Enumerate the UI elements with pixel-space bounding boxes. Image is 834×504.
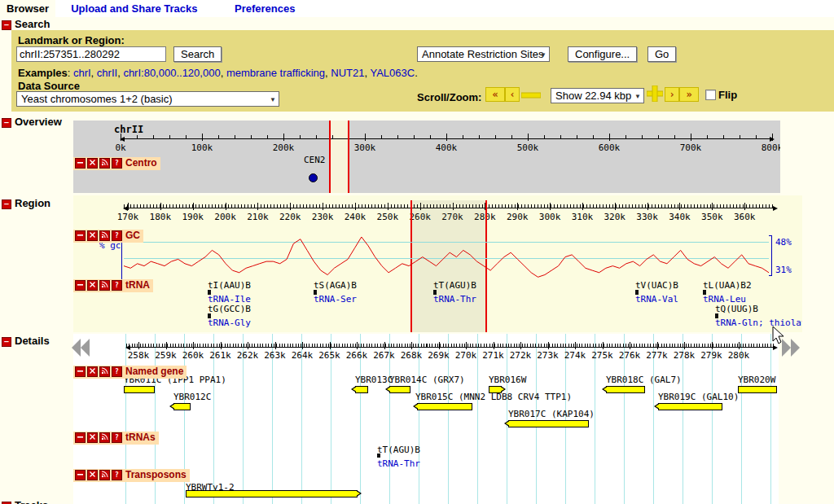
trna-feature-type: tRNA-Ser	[314, 294, 357, 305]
search-button[interactable]: Search	[173, 46, 222, 62]
region-panel[interactable]: 170k180k190k200k210k220k230k240k250k260k…	[73, 195, 802, 332]
overview-panel[interactable]: chrII 0k100k200k300k400k500k600k700k800k…	[73, 121, 780, 193]
collapse-icon[interactable]	[75, 230, 86, 241]
close-icon[interactable]	[87, 470, 98, 480]
trna-feature-label[interactable]: tT(AGU)B	[377, 445, 420, 455]
zoom-in-icon[interactable]	[647, 85, 663, 102]
gene-glyph[interactable]	[738, 386, 777, 393]
pan-right-button[interactable]: ›	[665, 87, 679, 102]
trna-feature-label[interactable]: tS(AGA)B	[314, 280, 357, 291]
configure-button[interactable]: Configure...	[568, 46, 637, 62]
pan-far-left-button[interactable]: «	[485, 87, 505, 102]
annotate-select-value: Annotate Restriction Sites	[422, 48, 544, 60]
collapse-icon[interactable]	[75, 280, 86, 291]
landmark-input[interactable]	[16, 46, 166, 62]
ruler-tick-label: 270k	[455, 350, 477, 361]
collapse-icon[interactable]: –	[2, 199, 11, 209]
collapse-icon[interactable]	[75, 158, 86, 169]
trna-feature-label[interactable]: tV(UAC)B	[635, 280, 678, 291]
gene-label[interactable]: YBR012C	[173, 392, 211, 402]
ruler-tick-label: 220k	[279, 212, 301, 222]
flip-checkbox[interactable]	[705, 90, 716, 100]
collapse-icon[interactable]: –	[2, 20, 11, 30]
collapse-icon[interactable]: –	[2, 118, 11, 128]
gene-label[interactable]: YBR018C (GAL7)	[606, 375, 682, 385]
example-link[interactable]: chrII	[97, 67, 117, 79]
gene-label[interactable]: YBR019C (GAL10)	[658, 392, 739, 402]
go-button[interactable]: Go	[647, 46, 676, 62]
gene-glyph[interactable]	[606, 386, 645, 393]
close-icon[interactable]	[87, 158, 98, 169]
trna-feature-label[interactable]: tI(AAU)B	[208, 280, 251, 291]
gene-glyph[interactable]	[417, 403, 472, 410]
help-icon[interactable]: ?	[112, 366, 122, 377]
ruler-tick-label: 272k	[510, 350, 532, 361]
collapse-icon[interactable]	[75, 470, 86, 480]
ruler-tick-label: 250k	[377, 212, 399, 222]
feed-icon[interactable]	[99, 432, 110, 443]
zoom-out-icon[interactable]	[521, 92, 541, 99]
gene-glyph[interactable]	[389, 386, 410, 393]
close-icon[interactable]	[87, 366, 98, 377]
pan-left-button[interactable]: ‹	[505, 87, 520, 102]
tab-preferences[interactable]: Preferences	[228, 0, 301, 17]
collapse-icon[interactable]	[75, 366, 86, 377]
help-icon[interactable]: ?	[112, 280, 122, 291]
gene-glyph[interactable]	[508, 420, 589, 427]
example-link[interactable]: chrI:80,000..120,000	[123, 67, 220, 79]
example-link[interactable]: NUT21	[331, 67, 364, 79]
feed-icon[interactable]	[99, 158, 110, 169]
pan-details-left-icon[interactable]	[72, 339, 91, 357]
gene-glyph[interactable]	[489, 386, 502, 393]
close-icon[interactable]	[87, 230, 98, 241]
trna-feature-label[interactable]: tL(UAA)B2	[703, 280, 752, 291]
feed-icon[interactable]	[99, 470, 110, 480]
help-icon[interactable]: ?	[112, 432, 122, 443]
centromere-label[interactable]: CEN2	[304, 155, 326, 165]
close-icon[interactable]	[87, 280, 98, 291]
ruler-tick	[744, 203, 745, 210]
transposon-glyph[interactable]	[186, 490, 358, 497]
tab-upload-and-share-tracks[interactable]: Upload and Share Tracks	[64, 0, 204, 17]
gene-glyph[interactable]	[124, 386, 155, 393]
pan-far-right-button[interactable]: »	[679, 87, 699, 102]
ruler-tick	[357, 342, 358, 349]
example-link[interactable]: membrane trafficking	[226, 67, 325, 79]
trna-feature-label[interactable]: tQ(UUG)B	[715, 304, 758, 314]
trna-feature-glyph[interactable]	[377, 454, 380, 458]
gene-label[interactable]: YBR017C (KAP104)	[508, 409, 595, 419]
gc-right-bracket	[769, 235, 772, 276]
help-icon[interactable]: ?	[112, 470, 122, 480]
ruler-line[interactable]	[126, 347, 775, 348]
gene-glyph[interactable]	[658, 403, 722, 410]
track-header-named-gene: ?Named gene	[73, 366, 187, 379]
gene-label[interactable]: YBR014C (GRX7)	[389, 375, 465, 385]
help-icon[interactable]: ?	[112, 158, 122, 169]
help-icon[interactable]: ?	[112, 230, 122, 241]
centromere-glyph[interactable]	[309, 173, 318, 182]
collapse-icon[interactable]: –	[2, 337, 11, 347]
trna-feature-label[interactable]: tG(GCC)B	[208, 304, 251, 314]
example-link[interactable]: chrI	[73, 67, 91, 79]
track-header-gc: ?GC	[73, 230, 143, 243]
gene-glyph[interactable]	[355, 386, 368, 393]
gene-label[interactable]: YBR013C	[355, 375, 393, 385]
gene-glyph[interactable]	[173, 403, 191, 410]
feed-icon[interactable]	[99, 280, 110, 291]
tab-browser[interactable]: Browser	[0, 0, 55, 17]
feed-icon[interactable]	[99, 230, 110, 241]
collapse-icon[interactable]	[75, 432, 86, 443]
ruler-tick	[248, 342, 248, 349]
gene-label[interactable]: YBR016W	[489, 375, 526, 385]
trna-feature-label[interactable]: tT(AGU)B	[433, 280, 476, 291]
close-icon[interactable]	[87, 432, 98, 443]
example-link[interactable]: YAL063C	[370, 67, 415, 79]
ruler-tick	[439, 342, 440, 349]
data-source-select[interactable]: Yeast chromosomes 1+2 (basic) ▼	[16, 91, 279, 107]
ruler-tick-label: 800k	[762, 142, 780, 153]
zoom-level-select[interactable]: Show 22.94 kbp ▼	[551, 88, 644, 103]
gene-label[interactable]: YBR020W (GAL1	[738, 375, 779, 385]
annotate-select[interactable]: Annotate Restriction Sites ▼	[417, 46, 550, 62]
separator: ,	[221, 67, 226, 79]
feed-icon[interactable]	[99, 366, 110, 377]
